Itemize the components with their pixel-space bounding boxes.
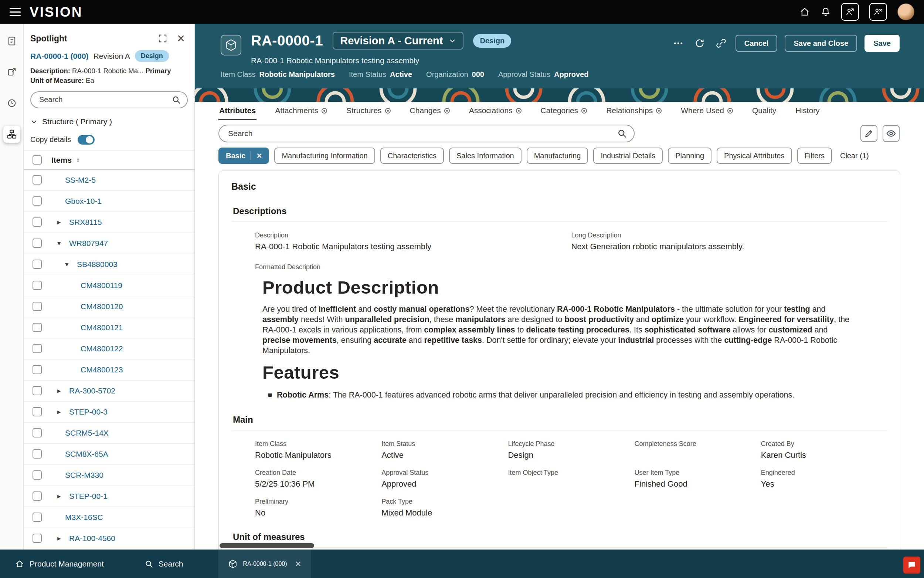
tree-row[interactable]: ▸SRX8115 xyxy=(24,212,194,233)
chip-physical-attributes[interactable]: Physical Attributes xyxy=(717,148,792,164)
item-link[interactable]: M3X-16SC xyxy=(65,513,103,522)
row-checkbox[interactable] xyxy=(32,218,42,227)
expand-arrow-right[interactable]: ▸ xyxy=(57,492,69,500)
product-management-item[interactable]: Product Management xyxy=(15,559,104,569)
tree-row[interactable]: CM4800120 xyxy=(24,296,194,317)
row-checkbox[interactable] xyxy=(32,260,42,269)
tab-attachments[interactable]: Attachments xyxy=(274,103,328,120)
item-link[interactable]: WR807947 xyxy=(69,239,108,248)
edit-pencil-button[interactable] xyxy=(861,125,877,142)
spotlight-item-link[interactable]: RA-0000-1 (000) xyxy=(30,52,89,61)
tab-associations[interactable]: Associations xyxy=(468,103,522,120)
expand-arrow-right[interactable]: ▸ xyxy=(57,218,69,226)
close-icon[interactable]: × xyxy=(177,32,185,45)
chip-characteristics[interactable]: Characteristics xyxy=(380,148,444,164)
tree-row[interactable]: CM4800123 xyxy=(24,359,194,380)
row-checkbox[interactable] xyxy=(32,196,42,206)
revision-dropdown[interactable]: Revision A - Current xyxy=(333,32,463,50)
item-link[interactable]: SCM8X-65A xyxy=(65,450,108,459)
copy-details-toggle[interactable] xyxy=(78,135,95,144)
tree-row[interactable]: ▸STEP-00-1 xyxy=(24,486,194,507)
row-checkbox[interactable] xyxy=(32,323,42,332)
item-link[interactable]: RA-100-4560 xyxy=(69,534,115,543)
tab-categories[interactable]: Categories xyxy=(540,103,588,120)
chip-filters[interactable]: Filters xyxy=(797,148,832,164)
item-link[interactable]: CM4800119 xyxy=(81,281,122,290)
row-checkbox[interactable] xyxy=(32,302,42,311)
row-checkbox[interactable] xyxy=(32,513,42,522)
attribute-search-input[interactable] xyxy=(228,129,617,138)
search-icon[interactable] xyxy=(172,95,181,105)
home-icon[interactable] xyxy=(799,6,810,17)
row-checkbox[interactable] xyxy=(32,175,42,185)
fullscreen-expand-icon[interactable] xyxy=(158,34,167,43)
tab-relationships[interactable]: Relationships xyxy=(605,103,662,120)
structure-section-toggle[interactable]: Structure ( Primary ) xyxy=(24,108,194,126)
panel-export-icon[interactable] xyxy=(3,63,20,81)
chip-manufacturing[interactable]: Manufacturing xyxy=(527,148,588,164)
row-checkbox[interactable] xyxy=(32,344,42,353)
item-link[interactable]: CM4800120 xyxy=(81,302,123,311)
item-link[interactable]: SCRM5-14X xyxy=(65,429,108,437)
horizontal-scrollbar-thumb[interactable] xyxy=(220,543,314,548)
overflow-menu-icon[interactable] xyxy=(671,38,685,49)
bottom-search-item[interactable]: Search xyxy=(144,560,183,568)
row-checkbox[interactable] xyxy=(32,239,42,248)
link-icon[interactable] xyxy=(714,38,728,49)
open-item-tab[interactable]: RA-0000-1 (000) × xyxy=(218,550,311,578)
item-link[interactable]: SS-M2-5 xyxy=(65,176,96,185)
tree-row[interactable]: CM4800121 xyxy=(24,317,194,338)
cancel-button[interactable]: Cancel xyxy=(736,35,778,52)
tree-row[interactable]: SCR-M330 xyxy=(24,465,194,486)
tab-quality[interactable]: Quality xyxy=(751,103,777,120)
search-icon[interactable] xyxy=(617,128,627,139)
chip-manufacturing-information[interactable]: Manufacturing Information xyxy=(274,148,375,164)
row-checkbox[interactable] xyxy=(32,492,42,501)
tree-row[interactable]: SS-M2-5 xyxy=(24,170,194,191)
item-link[interactable]: STEP-00-1 xyxy=(69,492,108,501)
avatar[interactable] xyxy=(897,3,914,20)
tab-attributes[interactable]: Attributes xyxy=(218,103,257,120)
row-checkbox[interactable] xyxy=(32,470,42,480)
expand-arrow-down[interactable]: ▾ xyxy=(65,260,77,268)
select-all-checkbox[interactable] xyxy=(32,155,42,164)
hamburger-icon[interactable] xyxy=(10,8,21,16)
tree-row[interactable]: ▸RA-300-5702 xyxy=(24,380,194,402)
tree-row[interactable]: Gbox-10-1 xyxy=(24,191,194,212)
tab-history[interactable]: History xyxy=(795,103,820,120)
row-checkbox[interactable] xyxy=(32,281,42,290)
tab-structures[interactable]: Structures xyxy=(346,103,392,120)
row-checkbox[interactable] xyxy=(32,428,42,437)
spotlight-search-input[interactable] xyxy=(39,96,172,104)
item-link[interactable]: Gbox-10-1 xyxy=(65,197,102,206)
item-link[interactable]: SCR-M330 xyxy=(65,471,104,480)
item-link[interactable]: CM4800122 xyxy=(81,344,123,353)
history-icon[interactable] xyxy=(3,95,20,112)
item-link[interactable]: STEP-00-3 xyxy=(69,408,108,416)
sort-icon[interactable] xyxy=(74,157,81,164)
tab-where-used[interactable]: Where Used xyxy=(680,103,734,120)
row-checkbox[interactable] xyxy=(32,407,42,416)
view-eye-button[interactable] xyxy=(883,125,900,142)
tab-close-icon[interactable]: × xyxy=(295,559,301,569)
feedback-button[interactable] xyxy=(903,557,920,573)
item-link[interactable]: CM4800121 xyxy=(81,323,123,332)
clear-filters-link[interactable]: Clear (1) xyxy=(840,152,869,160)
chip-sales-information[interactable]: Sales Information xyxy=(449,148,521,164)
tree-row[interactable]: CM4800122 xyxy=(24,338,194,359)
expand-arrow-right[interactable]: ▸ xyxy=(57,408,69,416)
row-checkbox[interactable] xyxy=(32,386,42,395)
tree-row[interactable]: M3X-16SC xyxy=(24,507,194,528)
tab-changes[interactable]: Changes xyxy=(409,103,451,120)
row-checkbox[interactable] xyxy=(32,365,42,374)
expand-arrow-right[interactable]: ▸ xyxy=(57,386,69,395)
tree-row[interactable]: ▾SB4880003 xyxy=(24,254,194,275)
chip-industrial-details[interactable]: Industrial Details xyxy=(593,148,663,164)
chip-close-icon[interactable]: × xyxy=(251,151,262,160)
bell-icon[interactable] xyxy=(820,6,831,17)
expand-arrow-right[interactable]: ▸ xyxy=(57,534,69,542)
tree-row[interactable]: ▸RA-100-4560 xyxy=(24,528,194,549)
row-checkbox[interactable] xyxy=(32,534,42,543)
item-link[interactable]: RA-300-5702 xyxy=(69,386,115,395)
item-link[interactable]: SRX8115 xyxy=(69,218,102,227)
